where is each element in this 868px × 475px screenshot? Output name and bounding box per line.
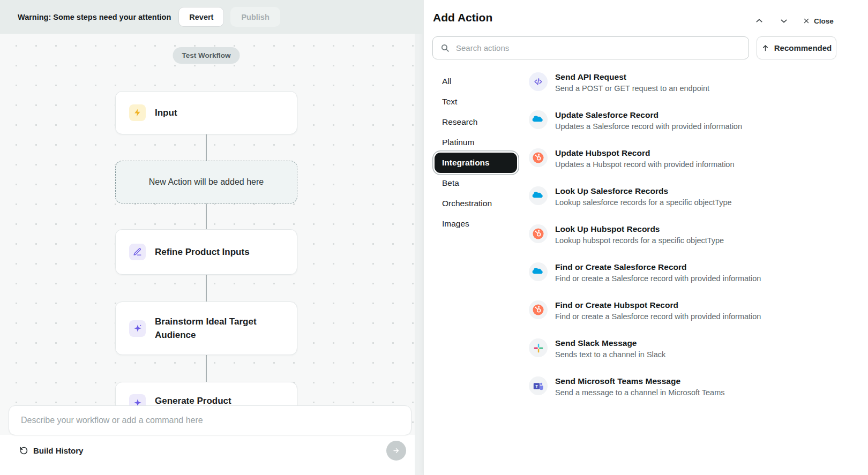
slack-icon	[529, 338, 548, 357]
sparkle-icon	[129, 320, 146, 337]
hubspot-icon	[529, 300, 548, 319]
node-title: Refine Product Inputs	[155, 245, 250, 259]
action-title: Find or Create Hubspot Record	[555, 299, 761, 311]
category-research[interactable]: Research	[435, 112, 517, 132]
action-title: Look Up Hubspot Records	[555, 223, 724, 235]
revert-button[interactable]: Revert	[178, 7, 224, 27]
action-title: Update Salesforce Record	[555, 109, 742, 120]
category-platinum[interactable]: Platinum	[435, 132, 517, 153]
action-description: Find or create a Salesforce record with …	[555, 311, 761, 322]
warning-bar: Warning: Some steps need your attention …	[0, 0, 423, 34]
search-icon	[440, 43, 450, 52]
search-box[interactable]	[432, 36, 749, 59]
node-connector	[206, 275, 207, 301]
salesforce-icon	[529, 186, 548, 205]
action-send-slack-message[interactable]: Send Slack Message Sends text to a chann…	[529, 337, 842, 360]
action-lookup-hubspot-records[interactable]: Look Up Hubspot Records Lookup hubspot r…	[529, 223, 842, 246]
add-action-panel: Add Action Close Recommended All Text Re…	[423, 0, 868, 475]
action-update-hubspot-record[interactable]: Update Hubspot Record Updates a Hubspot …	[529, 147, 842, 170]
canvas-scrollbar[interactable]	[415, 34, 423, 475]
action-description: Lookup salesforce records for a specific…	[555, 197, 732, 208]
category-beta[interactable]: Beta	[435, 173, 517, 193]
action-update-salesforce-record[interactable]: Update Salesforce Record Updates a Sales…	[529, 109, 842, 132]
action-send-api-request[interactable]: Send API Request Send a POST or GET requ…	[529, 71, 842, 94]
recommended-button[interactable]: Recommended	[757, 36, 836, 59]
close-label: Close	[814, 17, 834, 25]
hubspot-icon	[529, 224, 548, 243]
action-title: Send API Request	[555, 71, 709, 82]
action-list: Send API Request Send a POST or GET requ…	[529, 71, 842, 398]
category-images[interactable]: Images	[435, 214, 517, 234]
command-input[interactable]	[20, 415, 400, 426]
placeholder-text: New Action will be added here	[149, 177, 264, 187]
category-integrations[interactable]: Integrations	[435, 153, 517, 173]
action-title: Update Hubspot Record	[555, 147, 734, 159]
action-description: Find or create a Salesforce record with …	[555, 273, 761, 284]
send-icon	[392, 447, 400, 455]
salesforce-icon	[529, 110, 548, 129]
category-all[interactable]: All	[435, 71, 517, 92]
action-title: Send Microsoft Teams Message	[555, 375, 725, 387]
chevron-down-icon[interactable]	[776, 14, 791, 28]
action-description: Send a message to a channel in Microsoft…	[555, 387, 725, 398]
node-connector	[206, 203, 207, 229]
build-history-label[interactable]: Build History	[33, 446, 83, 455]
node-connector	[206, 134, 207, 161]
node-title: Input	[155, 106, 177, 120]
recommended-label: Recommended	[774, 43, 832, 52]
action-send-teams-message[interactable]: T Send Microsoft Teams Message Send a me…	[529, 375, 842, 398]
node-input[interactable]: Input	[115, 91, 297, 134]
action-title: Find or Create Salesforce Record	[555, 261, 761, 273]
search-input[interactable]	[455, 43, 741, 53]
node-connector	[206, 355, 207, 382]
send-command-button[interactable]	[386, 441, 406, 461]
action-title: Send Slack Message	[555, 337, 665, 349]
panel-controls: Close	[752, 14, 834, 28]
build-history-bar: Build History	[0, 435, 415, 475]
node-title: Brainstorm Ideal Target Audience	[155, 315, 283, 342]
arrow-up-icon	[761, 44, 769, 52]
panel-title: Add Action	[433, 11, 492, 24]
category-orchestration[interactable]: Orchestration	[435, 193, 517, 214]
pen-icon	[129, 244, 146, 260]
teams-icon: T	[529, 376, 548, 395]
code-icon	[529, 72, 548, 91]
node-refine-product-inputs[interactable]: Refine Product Inputs	[115, 229, 297, 275]
workflow-editor: Test Workflow Input New Action will be a…	[0, 0, 423, 475]
action-lookup-salesforce-records[interactable]: Look Up Salesforce Records Lookup salesf…	[529, 185, 842, 208]
hubspot-icon	[529, 148, 548, 167]
lightning-icon	[129, 104, 146, 121]
command-input-box[interactable]	[9, 405, 411, 435]
chevron-up-icon[interactable]	[752, 14, 767, 28]
action-description: Lookup hubspot records for a specific ob…	[555, 235, 724, 246]
history-icon	[19, 446, 28, 455]
action-title: Look Up Salesforce Records	[555, 185, 732, 197]
action-description: Updates a Salesforce record with provide…	[555, 121, 742, 132]
action-description: Updates a Hubspot record with provided i…	[555, 159, 734, 170]
close-button[interactable]: Close	[803, 17, 834, 25]
warning-text: Warning: Some steps need your attention	[18, 13, 171, 21]
action-find-or-create-hubspot-record[interactable]: Find or Create Hubspot Record Find or cr…	[529, 299, 842, 322]
workflow-name-badge: Test Workflow	[173, 47, 240, 64]
node-brainstorm-audience[interactable]: Brainstorm Ideal Target Audience	[115, 301, 297, 355]
svg-text:T: T	[535, 383, 538, 388]
salesforce-icon	[529, 262, 548, 281]
action-find-or-create-salesforce-record[interactable]: Find or Create Salesforce Record Find or…	[529, 261, 842, 284]
category-list: All Text Research Platinum Integrations …	[435, 71, 517, 234]
action-description: Sends text to a channel in Slack	[555, 349, 665, 360]
close-icon	[803, 18, 810, 24]
publish-button[interactable]: Publish	[230, 7, 280, 27]
action-description: Send a POST or GET request to an endpoin…	[555, 83, 709, 94]
node-placeholder[interactable]: New Action will be added here	[115, 161, 297, 203]
category-text[interactable]: Text	[435, 92, 517, 112]
